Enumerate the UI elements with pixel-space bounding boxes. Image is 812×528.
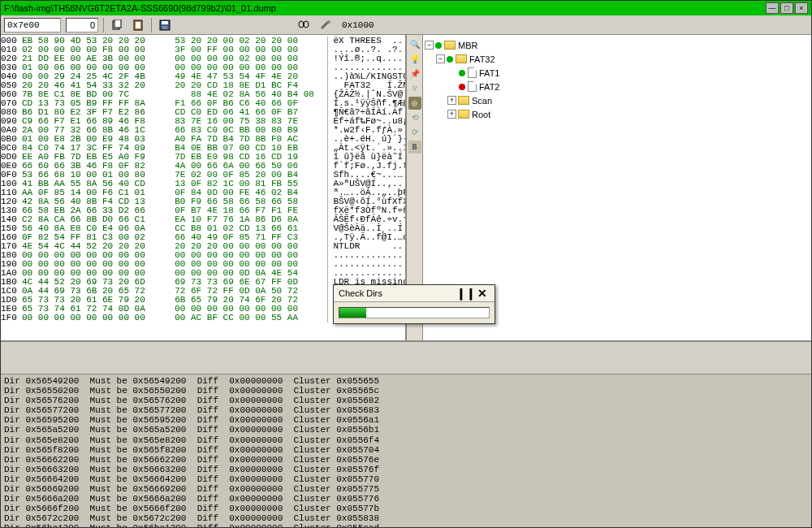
svg-rect-5 — [162, 21, 168, 24]
tree-label: FAT32 — [469, 54, 495, 64]
svg-rect-6 — [162, 26, 167, 29]
expand-icon[interactable]: + — [447, 110, 456, 119]
tree-fat1[interactable]: FAT1 — [423, 66, 811, 80]
folder-icon — [456, 54, 467, 63]
maximize-button[interactable]: □ — [780, 2, 793, 14]
svg-rect-3 — [136, 22, 140, 28]
close-button[interactable]: × — [795, 2, 808, 14]
log-pane: Dir 0x56549200 Must be 0x56549200 Diff 0… — [1, 340, 811, 527]
lightbulb-icon[interactable]: 💡 — [408, 53, 421, 66]
page-icon — [468, 67, 477, 78]
find-icon[interactable] — [296, 17, 313, 33]
tree-label: FAT2 — [479, 82, 499, 92]
dialog-close-button[interactable]: ✕ — [475, 287, 490, 300]
bold-icon[interactable]: B — [408, 141, 421, 154]
tree-scan[interactable]: + Scan — [423, 93, 811, 107]
address-text-2: 0x1000 — [342, 20, 374, 30]
dot-icon — [447, 56, 453, 63]
pause-button[interactable]: ❙❙ — [459, 287, 473, 300]
progress-bar — [339, 307, 490, 318]
tree-root[interactable]: + Root — [423, 107, 811, 121]
title-bar: F:\flash-img\TH58NVG6T2ETA2A-SSS6690(98d… — [1, 1, 811, 15]
tree-label: Root — [472, 110, 490, 119]
check-dirs-dialog: Check Dirs ❙❙ ✕ — [333, 284, 495, 324]
collapse-icon[interactable]: − — [425, 41, 434, 50]
tree-fat32[interactable]: − FAT32 — [423, 52, 811, 66]
back-icon[interactable]: ⟲ — [408, 111, 421, 124]
tree-label: MBR — [458, 41, 477, 50]
save-icon[interactable] — [157, 17, 173, 33]
zoom-icon[interactable]: 🔍 — [408, 38, 421, 51]
dot-icon — [435, 42, 442, 49]
log-output[interactable]: Dir 0x56549200 Must be 0x56549200 Diff 0… — [1, 374, 811, 527]
target-icon[interactable]: ◎ — [408, 97, 421, 110]
svg-point-11 — [327, 20, 330, 24]
folder-icon — [458, 96, 469, 105]
dot-icon — [459, 84, 465, 90]
minimize-button[interactable]: — — [766, 2, 779, 14]
progress-fill — [339, 308, 366, 318]
tree-label: Scan — [472, 96, 492, 106]
settings-icon[interactable] — [317, 17, 334, 33]
tree-fat2[interactable]: FAT2 — [423, 80, 811, 93]
tree-label: FAT1 — [479, 68, 499, 78]
collapse-icon[interactable]: − — [436, 54, 445, 63]
pin-icon[interactable]: 📌 — [408, 67, 421, 80]
forward-icon[interactable]: ⟳ — [408, 126, 421, 139]
page-icon — [468, 81, 477, 92]
copy-icon[interactable] — [109, 17, 125, 33]
folder-icon — [458, 110, 469, 119]
folder-icon — [444, 41, 456, 50]
spin-input[interactable] — [66, 18, 98, 32]
paste-icon[interactable] — [130, 17, 146, 33]
address-input-1[interactable] — [4, 18, 61, 32]
toolbar: 0x1000 — [1, 15, 811, 35]
dot-icon — [459, 70, 465, 76]
svg-line-10 — [322, 22, 328, 28]
svg-rect-1 — [114, 19, 121, 28]
window-title: F:\flash-img\TH58NVG6T2ETA2A-SSS6690(98d… — [4, 3, 276, 13]
expand-icon[interactable]: + — [447, 96, 456, 105]
dialog-title: Check Dirs — [339, 288, 457, 298]
tree-mbr[interactable]: − MBR — [423, 38, 811, 52]
filter-icon[interactable]: ▽ — [408, 82, 421, 95]
